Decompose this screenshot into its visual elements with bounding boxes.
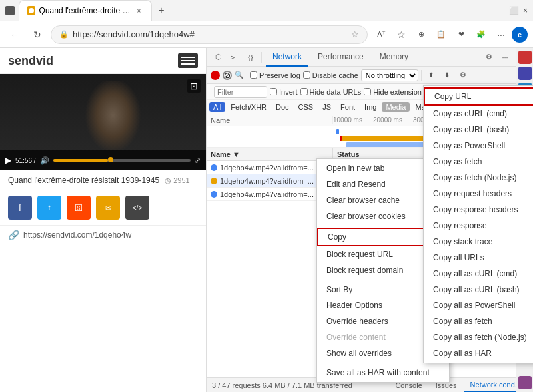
filter-input[interactable] — [214, 86, 267, 98]
sidebar-icon-2[interactable] — [518, 67, 532, 80]
embed-share-button[interactable]: </> — [125, 196, 149, 220]
email-share-button[interactable]: ✉ — [96, 196, 120, 220]
browser-tab[interactable]: Quand l'extrême-droite résistait × — [19, 0, 152, 21]
tab-performance[interactable]: Performance — [311, 48, 370, 67]
sub-ctx-copy-curl-bash[interactable]: Copy as cURL (bash) — [424, 122, 533, 138]
hide-data-urls-checkbox[interactable] — [300, 88, 308, 95]
devtools-more-icon[interactable]: ··· — [498, 51, 512, 64]
twitter-share-button[interactable]: t — [37, 196, 61, 220]
video-controls: ▶ 51:56 / 🔊 ⤢ — [0, 150, 206, 170]
filter-doc[interactable]: Doc — [272, 102, 293, 112]
tab-close-button[interactable]: × — [135, 5, 143, 16]
import-har-icon[interactable]: ⬆ — [424, 69, 438, 82]
filter-js[interactable]: JS — [318, 102, 335, 112]
filter-all[interactable]: All — [209, 102, 225, 112]
fullscreen-button[interactable]: ⤢ — [195, 156, 201, 165]
volume-icon[interactable]: 🔊 — [40, 156, 49, 165]
collections-button[interactable]: ⊕ — [412, 25, 430, 44]
sub-ctx-copy-fetch-node[interactable]: Copy as fetch (Node.js) — [424, 170, 533, 186]
tab-memory[interactable]: Memory — [373, 48, 415, 67]
hamburger-menu[interactable] — [178, 53, 198, 68]
back-button[interactable]: ← — [5, 25, 24, 44]
disable-cache-checkbox[interactable] — [303, 71, 310, 79]
devtools-console-icon[interactable]: >_ — [228, 51, 241, 64]
toolbar-sep1 — [247, 70, 247, 81]
play-button[interactable]: ▶ — [5, 156, 11, 165]
maximize-button[interactable]: ⬜ — [509, 6, 519, 15]
filter-font[interactable]: Font — [336, 102, 359, 112]
record-button[interactable] — [211, 71, 220, 80]
network-settings-icon[interactable]: ⚙ — [456, 69, 470, 82]
refresh-button[interactable]: ↻ — [28, 25, 47, 44]
devtools-elements-icon[interactable]: ⬡ — [212, 51, 225, 64]
minimize-button[interactable]: ─ — [499, 6, 505, 15]
facebook-share-button[interactable]: f — [8, 196, 32, 220]
cell-name-text: 1dqeho4w.mp4?validfrom=... — [220, 164, 314, 172]
address-star-icon[interactable]: ☆ — [351, 29, 359, 39]
tab-network[interactable]: Network — [266, 48, 308, 67]
tab-favicon — [27, 6, 35, 15]
export-har-icon[interactable]: ⬇ — [440, 69, 454, 82]
cell-name: 1dqeho4w.mp4?validfrom=... — [207, 161, 333, 174]
disable-cache-text: Disable cache — [312, 71, 358, 79]
filter-media[interactable]: Media — [382, 102, 410, 112]
devtools-sources-icon[interactable]: {} — [244, 51, 257, 64]
ctx-override-content-label: Override content — [326, 333, 386, 342]
sub-ctx-copy-all-har[interactable]: Copy all as HAR — [424, 345, 533, 361]
sub-ctx-copy-stack-trace[interactable]: Copy stack trace — [424, 234, 533, 250]
invert-label[interactable]: Invert — [270, 88, 298, 96]
like-button[interactable]: ❤ — [452, 25, 470, 44]
preserve-log-label[interactable]: Preserve log — [250, 71, 300, 79]
reddit-share-button[interactable]: 🅂 — [67, 196, 91, 220]
sub-ctx-copy-all-curl-bash[interactable]: Copy all as cURL (bash) — [424, 282, 533, 297]
filter-css[interactable]: CSS — [294, 102, 318, 112]
video-progress[interactable] — [53, 159, 191, 162]
progress-handle — [108, 157, 113, 162]
sub-ctx-copy-powershell[interactable]: Copy as PowerShell — [424, 138, 533, 154]
address-bar[interactable]: 🔒 https://sendvid.com/1dqeho4w# ☆ — [51, 25, 368, 44]
tick-20000: 20000 ms — [373, 116, 402, 124]
favorites-button[interactable]: ☆ — [392, 25, 410, 44]
ctx-save-har-label: Save all as HAR with content — [326, 368, 430, 377]
sub-ctx-copy-all-urls[interactable]: Copy all URLs — [424, 250, 533, 266]
read-aloud-button[interactable]: Aᵀ — [372, 25, 390, 44]
sub-ctx-copy-response[interactable]: Copy response — [424, 218, 533, 234]
clear-button[interactable]: ⊘ — [223, 71, 232, 80]
sub-ctx-copy-all-curl-cmd-label: Copy all as cURL (cmd) — [433, 269, 517, 278]
filter-img[interactable]: Img — [360, 102, 380, 112]
invert-checkbox[interactable] — [270, 88, 277, 95]
disable-cache-label[interactable]: Disable cache — [303, 71, 358, 79]
throttle-select[interactable]: No throttling — [361, 69, 418, 81]
more-button[interactable]: ··· — [492, 25, 510, 44]
sub-ctx-copy-curl-cmd[interactable]: Copy as cURL (cmd) — [424, 106, 533, 122]
sub-ctx-copy-all-har-label: Copy all as HAR — [433, 349, 492, 358]
sub-ctx-copy-powershell-label: Copy as PowerShell — [433, 141, 505, 150]
sub-ctx-copy-all-curl-cmd[interactable]: Copy all as cURL (cmd) — [424, 266, 533, 282]
preserve-log-checkbox[interactable] — [250, 71, 257, 79]
hide-data-urls-text: Hide data URLs — [310, 88, 362, 96]
close-window-button[interactable]: × — [523, 6, 528, 15]
hide-data-urls-label[interactable]: Hide data URLs — [300, 88, 362, 96]
hide-ext-urls-checkbox[interactable] — [364, 88, 371, 95]
sub-ctx-copy-all-fetch[interactable]: Copy all as fetch — [424, 313, 533, 329]
sub-ctx-copy-all-powershell[interactable]: Copy all as PowerShell — [424, 297, 533, 313]
wallet-button[interactable]: 📋 — [432, 25, 450, 44]
edge-profile-button[interactable]: e — [512, 27, 528, 43]
sidebar-icon-1[interactable] — [518, 51, 532, 64]
search-requests-icon[interactable]: 🔍 — [235, 71, 244, 80]
sub-ctx-copy-url-label: Copy URL — [434, 92, 471, 101]
address-text: https://sendvid.com/1dqeho4w# — [73, 29, 347, 39]
new-tab-button[interactable]: + — [152, 1, 171, 20]
sub-ctx-copy-url[interactable]: Copy URL — [424, 87, 533, 106]
sub-ctx-copy-req-headers[interactable]: Copy request headers — [424, 186, 533, 202]
filter-fetch-xhr[interactable]: Fetch/XHR — [227, 102, 270, 112]
sub-ctx-copy-fetch[interactable]: Copy as fetch — [424, 154, 533, 170]
sub-ctx-copy-all-fetch-node[interactable]: Copy all as fetch (Node.js) — [424, 329, 533, 345]
ctx-save-har[interactable]: Save all as HAR with content — [317, 365, 449, 381]
ctx-block-url-label: Block request URL — [326, 250, 393, 259]
sub-ctx-copy-resp-headers[interactable]: Copy response headers — [424, 202, 533, 218]
devtools-settings-icon[interactable]: ⚙ — [482, 51, 496, 64]
sidebar-icon-bottom[interactable] — [518, 376, 532, 389]
timeline-name-col: Name — [207, 116, 333, 124]
extensions-button[interactable]: 🧩 — [472, 25, 490, 44]
